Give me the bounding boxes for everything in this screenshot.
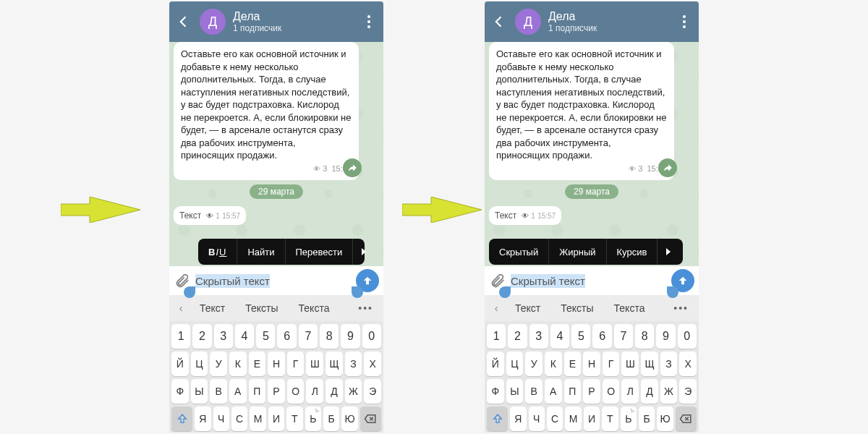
suggestion-1[interactable]: Текст — [505, 302, 550, 314]
key-letter[interactable]: О — [603, 379, 620, 404]
key-letter[interactable]: Я — [510, 407, 526, 431]
key-0[interactable]: 0 — [678, 324, 697, 349]
small-message[interactable]: Текст 👁 1 15:57 — [174, 206, 246, 225]
key-2[interactable]: 2 — [192, 324, 211, 349]
key-letter[interactable]: Ш — [306, 352, 323, 376]
context-more-arrow[interactable] — [353, 248, 375, 255]
key-letter[interactable]: П — [249, 379, 266, 404]
back-button[interactable] — [175, 13, 192, 30]
key-letter[interactable]: Е — [249, 352, 266, 376]
key-backspace[interactable] — [360, 407, 381, 431]
selection-handle-start[interactable] — [499, 286, 511, 298]
menu-button[interactable] — [676, 15, 693, 28]
key-letter[interactable]: В — [210, 379, 227, 404]
small-message[interactable]: Текст 👁 1 15:57 — [489, 206, 561, 225]
key-letter[interactable]: Ч — [529, 407, 545, 431]
suggestion-3[interactable]: Текста — [289, 302, 340, 314]
key-letter[interactable]: О — [287, 379, 305, 404]
key-6[interactable]: 6 — [592, 324, 611, 349]
key-letter[interactable]: Х — [679, 352, 697, 376]
key-3[interactable]: 3 — [214, 324, 233, 349]
suggest-back[interactable]: ‹ — [172, 302, 190, 314]
key-4[interactable]: 4 — [550, 324, 569, 349]
chat-body[interactable]: Оставьте его как основной источник и доб… — [485, 42, 699, 266]
suggest-back[interactable]: ‹ — [488, 302, 505, 314]
key-letter[interactable]: С — [231, 407, 247, 431]
key-5[interactable]: 5 — [571, 324, 590, 349]
suggestion-2[interactable]: Тексты — [235, 302, 288, 314]
suggest-more[interactable]: ••• — [351, 302, 380, 314]
key-letter[interactable]: Ц — [506, 352, 524, 376]
chat-avatar[interactable]: Д — [200, 9, 226, 35]
chat-title-block[interactable]: Дела 1 подписчик — [233, 10, 360, 33]
key-letter[interactable]: ЬЪ — [305, 407, 321, 431]
key-9[interactable]: 9 — [656, 324, 675, 349]
format-biu-button[interactable]: BIU — [198, 239, 237, 265]
key-letter[interactable]: Ч — [213, 407, 229, 431]
key-shift[interactable] — [171, 407, 192, 431]
key-letter[interactable]: Т — [602, 407, 618, 431]
key-letter[interactable]: Р — [268, 379, 285, 404]
key-letter[interactable]: Ю — [341, 407, 357, 431]
key-9[interactable]: 9 — [341, 324, 359, 349]
context-more-arrow[interactable] — [658, 248, 679, 255]
key-7[interactable]: 7 — [299, 324, 318, 349]
key-shift[interactable] — [487, 407, 508, 431]
key-letter[interactable]: Й — [171, 352, 189, 376]
key-letter[interactable]: Л — [306, 379, 323, 404]
key-4[interactable]: 4 — [235, 324, 254, 349]
key-letter[interactable]: Г — [287, 352, 305, 376]
key-letter[interactable]: Щ — [326, 352, 343, 376]
format-bold-button[interactable]: Жирный — [549, 239, 606, 265]
key-letter[interactable]: Н — [583, 352, 600, 376]
suggestion-1[interactable]: Текст — [190, 302, 235, 314]
forward-button[interactable] — [658, 158, 677, 177]
selection-handle-end[interactable] — [667, 286, 678, 298]
key-letter[interactable]: Г — [603, 352, 620, 376]
key-letter[interactable]: Д — [326, 379, 343, 404]
message-input[interactable]: Скрытый текст — [191, 275, 356, 287]
key-letter[interactable]: В — [525, 379, 542, 404]
key-letter[interactable]: Ы — [191, 379, 208, 404]
key-letter[interactable]: К — [545, 352, 562, 376]
translate-button[interactable]: Перевести — [286, 239, 354, 265]
key-1[interactable]: 1 — [487, 324, 506, 349]
key-letter[interactable]: Т — [286, 407, 302, 431]
format-italic-button[interactable]: Курсив — [607, 239, 658, 265]
key-letter[interactable]: Ю — [657, 407, 673, 431]
key-5[interactable]: 5 — [256, 324, 275, 349]
key-letter[interactable]: Е — [564, 352, 582, 376]
message-input[interactable]: Скрытый текст — [506, 275, 671, 287]
key-2[interactable]: 2 — [508, 324, 527, 349]
key-1[interactable]: 1 — [171, 324, 190, 349]
chat-title-block[interactable]: Дела 1 подписчик — [548, 10, 676, 33]
key-letter[interactable]: Й — [487, 352, 504, 376]
key-letter[interactable]: Ц — [191, 352, 208, 376]
message-bubble[interactable]: Оставьте его как основной источник и доб… — [489, 42, 674, 180]
key-backspace[interactable] — [676, 407, 697, 431]
key-letter[interactable]: Щ — [641, 352, 658, 376]
key-letter[interactable]: Р — [583, 379, 600, 404]
key-letter[interactable]: Ф — [171, 379, 189, 404]
forward-button[interactable] — [343, 158, 362, 177]
key-letter[interactable]: Ф — [487, 379, 504, 404]
suggestion-3[interactable]: Текста — [604, 302, 655, 314]
key-letter[interactable]: Ж — [660, 379, 678, 404]
key-letter[interactable]: Э — [364, 379, 381, 404]
key-letter[interactable]: У — [210, 352, 227, 376]
suggestion-2[interactable]: Тексты — [550, 302, 603, 314]
key-letter[interactable]: Ж — [345, 379, 362, 404]
suggest-more[interactable]: ••• — [666, 302, 696, 314]
key-letter[interactable]: М — [250, 407, 265, 431]
key-letter[interactable]: Я — [195, 407, 210, 431]
key-0[interactable]: 0 — [362, 324, 381, 349]
key-8[interactable]: 8 — [635, 324, 654, 349]
key-letter[interactable]: А — [229, 379, 247, 404]
back-button[interactable] — [490, 13, 508, 30]
menu-button[interactable] — [360, 15, 378, 28]
key-letter[interactable]: С — [547, 407, 563, 431]
key-letter[interactable]: Ш — [621, 352, 639, 376]
key-letter[interactable]: Э — [679, 379, 697, 404]
find-button[interactable]: Найти — [237, 239, 285, 265]
key-letter[interactable]: Х — [364, 352, 381, 376]
